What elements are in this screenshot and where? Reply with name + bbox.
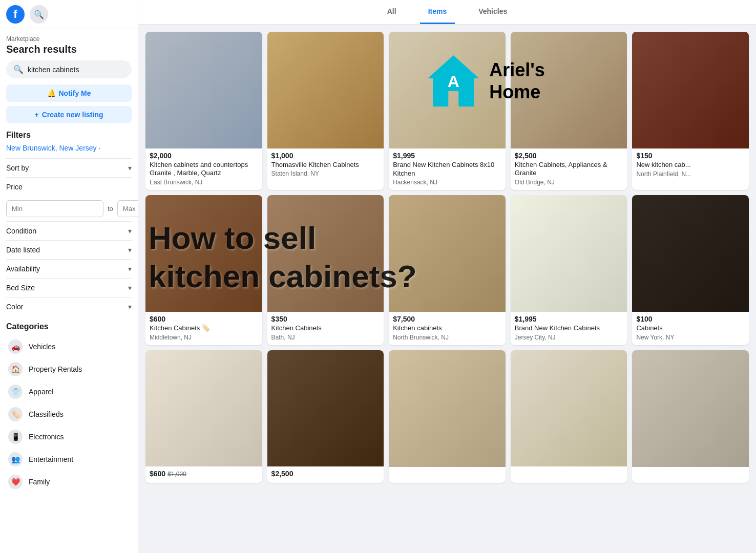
filters-title: Filters: [6, 131, 132, 140]
search-bar-icon: 🔍: [13, 65, 24, 74]
listing-title: Kitchen Cabinets: [271, 324, 380, 333]
listing-title: Kitchen Cabinets 🏷️: [150, 324, 258, 333]
condition-filter[interactable]: Condition ▾: [6, 221, 132, 240]
tab-vehicles[interactable]: Vehicles: [470, 0, 515, 24]
entertainment-icon: 👥: [8, 452, 23, 466]
property-rentals-icon: 🏠: [8, 362, 23, 376]
listing-location: North Plainfield, N...: [636, 171, 745, 178]
category-tabs: All Items Vehicles: [138, 0, 756, 25]
sidebar-item-classifieds[interactable]: 🏷️ Classifieds: [6, 403, 132, 426]
date-listed-filter[interactable]: Date listed ▾: [6, 240, 132, 259]
listing-price: $350: [271, 315, 380, 323]
sidebar-item-vehicles[interactable]: 🚗 Vehicles: [6, 335, 132, 358]
listing-price: $100: [636, 315, 745, 323]
listing-card[interactable]: $350Kitchen CabinetsBath, NJ: [267, 195, 384, 345]
price-max-input[interactable]: [117, 200, 138, 217]
listing-card[interactable]: $150New kitchen cab...North Plainfield, …: [632, 32, 749, 190]
listing-card[interactable]: $2,000Kitchen cabinets and countertops G…: [145, 32, 262, 190]
listing-location: Jersey City, NJ: [515, 334, 623, 341]
listings-grid: $2,000Kitchen cabinets and countertops G…: [138, 25, 756, 490]
listing-card[interactable]: $2,500: [267, 350, 384, 483]
electronics-icon: 📱: [8, 430, 23, 444]
marketplace-label: Marketplace: [6, 35, 132, 42]
sidebar-item-entertainment[interactable]: 👥 Entertainment: [6, 448, 132, 471]
plus-icon: +: [35, 111, 39, 119]
listing-strikethrough-price: $1,000: [167, 471, 186, 478]
sidebar-item-apparel[interactable]: 👕 Apparel: [6, 380, 132, 403]
listing-location: Hackensack, NJ: [393, 179, 501, 186]
listing-title: Kitchen cabinets: [393, 324, 501, 333]
listing-title: Kitchen cabinets and countertops Granite…: [150, 161, 258, 178]
listing-location: Middletown, NJ: [150, 334, 258, 341]
listing-card[interactable]: $2,500Kitchen Cabinets, Appliances & Gra…: [511, 32, 627, 190]
listing-card[interactable]: [511, 350, 627, 483]
availability-filter[interactable]: Availability ▾: [6, 259, 132, 278]
price-filter-label: Price: [6, 177, 132, 196]
listing-card[interactable]: [389, 350, 506, 483]
fb-logo[interactable]: f: [6, 5, 25, 24]
listing-card[interactable]: $1,995Brand New Kitchen CabinetsJersey C…: [511, 195, 627, 345]
date-listed-chevron: ▾: [128, 246, 132, 254]
listing-title: Brand New Kitchen Cabinets: [515, 324, 623, 333]
listing-card[interactable]: $1,995Brand New Kitchen Cabinets 8x10 Ki…: [389, 32, 506, 190]
bell-icon: 🔔: [47, 89, 56, 97]
listing-location: North Brunswick, NJ: [393, 334, 501, 341]
listing-location: East Brunswick, NJ: [150, 179, 258, 186]
availability-chevron: ▾: [128, 265, 132, 273]
bed-size-filter[interactable]: Bed Size ▾: [6, 278, 132, 297]
family-icon: ❤️: [8, 475, 23, 489]
listing-card[interactable]: [632, 350, 749, 483]
listing-card[interactable]: $1,000Thomasville Kitchen CabinetsStaten…: [267, 32, 384, 190]
listing-location: New York, NY: [636, 334, 745, 341]
listing-title: New kitchen cab...: [636, 161, 745, 169]
sidebar-item-electronics[interactable]: 📱 Electronics: [6, 426, 132, 448]
listing-price: $2,000: [150, 152, 258, 160]
listing-price: $150: [636, 152, 745, 160]
listing-card[interactable]: $600Kitchen Cabinets 🏷️Middletown, NJ: [145, 195, 262, 345]
listing-price: $2,500: [515, 152, 623, 160]
sort-by-chevron: ▾: [128, 164, 132, 172]
global-search-button[interactable]: 🔍: [30, 5, 48, 24]
sidebar-item-property-rentals[interactable]: 🏠 Property Rentals: [6, 358, 132, 380]
listing-price: $7,500: [393, 315, 501, 323]
listing-price: $600: [150, 315, 258, 323]
search-input[interactable]: [28, 66, 124, 74]
categories-title: Categories: [6, 322, 132, 331]
listing-price: $1,995: [393, 152, 501, 160]
apparel-icon: 👕: [8, 385, 23, 399]
listings-area: How to sellkitchen cabinets? A Ariel'sHo…: [138, 25, 756, 490]
color-chevron: ▾: [128, 303, 132, 311]
listing-card[interactable]: $600$1,000: [145, 350, 262, 483]
sort-by-filter[interactable]: Sort by ▾: [6, 158, 132, 177]
listing-location: Bath, NJ: [271, 334, 380, 341]
listing-price: $2,500: [271, 470, 380, 478]
listing-price: $1,000: [271, 152, 380, 160]
sidebar-content: Marketplace Search results 🔍 🔔 Notify Me…: [0, 29, 138, 499]
search-bar: 🔍: [6, 60, 132, 78]
sidebar: f 🔍 Marketplace Search results 🔍 🔔 Notif…: [0, 0, 138, 553]
price-min-input[interactable]: [6, 200, 103, 217]
location-filter[interactable]: New Brunswick, New Jersey ·: [6, 144, 132, 152]
listing-title: Thomasville Kitchen Cabinets: [271, 161, 380, 169]
tab-all[interactable]: All: [379, 0, 405, 24]
listing-title: Kitchen Cabinets, Appliances & Granite: [515, 161, 623, 178]
tab-items[interactable]: Items: [420, 0, 455, 24]
search-results-title: Search results: [6, 44, 132, 55]
vehicles-icon: 🚗: [8, 339, 23, 354]
price-separator: to: [108, 205, 113, 212]
listing-card[interactable]: $7,500Kitchen cabinetsNorth Brunswick, N…: [389, 195, 506, 345]
classifieds-icon: 🏷️: [8, 407, 23, 421]
sidebar-item-family[interactable]: ❤️ Family: [6, 471, 132, 493]
fb-header: f 🔍: [0, 0, 138, 29]
listing-title: Cabinets: [636, 324, 745, 333]
notify-me-button[interactable]: 🔔 Notify Me: [6, 84, 132, 102]
listing-location: Old Bridge, NJ: [515, 179, 623, 186]
create-listing-button[interactable]: + Create new listing: [6, 106, 132, 123]
main-content: All Items Vehicles How to sellkitchen ca…: [138, 0, 756, 553]
listing-price: $600$1,000: [150, 470, 258, 478]
bed-size-chevron: ▾: [128, 284, 132, 292]
color-filter[interactable]: Color ▾: [6, 297, 132, 316]
listing-card[interactable]: $100CabinetsNew York, NY: [632, 195, 749, 345]
listing-location: Staten Island, NY: [271, 170, 380, 177]
listing-price: $1,995: [515, 315, 623, 323]
